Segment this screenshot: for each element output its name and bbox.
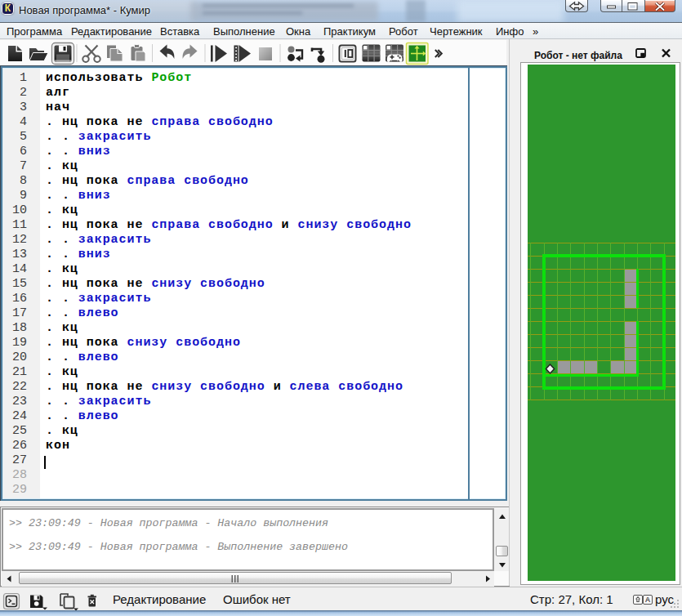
svg-text:А: А (645, 596, 651, 604)
